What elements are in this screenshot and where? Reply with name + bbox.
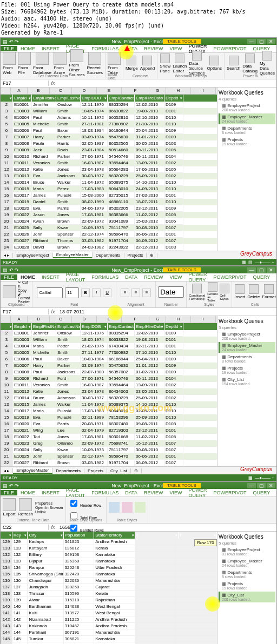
tab-powerpivot[interactable]: POWERPIVOT [210, 274, 249, 280]
open-browser-button[interactable]: Open in Browser [35, 506, 63, 509]
copy-button[interactable]: ⎘ Copy [18, 285, 30, 292]
query-item[interactable]: ▦ EmployeeProject200 rows loaded. [219, 331, 275, 341]
name-box[interactable]: F17 [1, 309, 49, 314]
table-style-option[interactable] [109, 502, 120, 513]
table-row[interactable]: 143143Kakinada310467Andhra Pradesh [1, 623, 217, 629]
table-row[interactable]: 6E10006PaulBaker18-03-19846618694425-04-… [1, 356, 217, 363]
table-row[interactable]: 22E10027RibbardBrown03-05-19829197170406… [1, 460, 217, 466]
tab-view[interactable]: VIEW [166, 490, 185, 495]
tab-powerpivot[interactable]: POWERPIVOT [210, 46, 249, 51]
tab-pagelayout[interactable]: PAGE LAYOUT [63, 487, 88, 498]
from-azure-button[interactable]: From Azure [54, 52, 67, 75]
table-row[interactable]: 145145Tumkur305821Karnataka [1, 636, 217, 642]
sheet-tab[interactable]: Projects [84, 468, 107, 473]
table-row[interactable]: 15E10015MariaPerez17-03-19885064301024-0… [1, 186, 217, 192]
refresh-button[interactable]: Refresh [18, 498, 33, 516]
recent-sources-button[interactable]: Recent Sources [87, 52, 103, 75]
number-format-select[interactable] [158, 286, 184, 298]
tab-review[interactable]: REVIEW [141, 46, 167, 51]
table-row[interactable]: 16E10017JamesPulaski15-08-20008273501527… [1, 192, 217, 199]
table-row[interactable]: 21E10025SallyKwan10-09-19737511179730-08… [1, 225, 217, 231]
table-row[interactable]: 3E10003WilliamSmith18-05-19748663882219-… [1, 108, 217, 115]
insert-cells-button[interactable]: Insert [234, 284, 245, 299]
query-item[interactable]: ▦ City_List200 rows loaded. [219, 592, 275, 602]
minimize-button[interactable]: — [247, 267, 256, 273]
query-item[interactable]: ▦ Employee_Master24 rows loaded. [219, 558, 275, 568]
table-row[interactable]: 129129Kadapa341823Andhra Pradesh [1, 539, 217, 545]
table-row[interactable]: 5E10005MichelleSmith27-11-19777736098207… [1, 350, 217, 356]
table-row[interactable]: 19E10023GregOrlando22-09-19727569874116-… [1, 440, 217, 447]
formula-input[interactable]: 18-07-2011 [57, 309, 276, 314]
query-item[interactable]: ▦ City_List154 rows loaded. [219, 376, 275, 387]
view-layout-icon[interactable]: ▤ [248, 260, 253, 265]
sheet-tab[interactable]: EmployeeProject [13, 253, 52, 258]
show-pane-button[interactable]: Show Pane [160, 53, 170, 73]
from-other-button[interactable]: From Other Sources [69, 49, 84, 77]
from-web-button[interactable]: From Web [3, 52, 16, 75]
data-catalog-button[interactable]: Data Catalog [242, 53, 258, 73]
table-row[interactable]: 9E10009JackDavis23-01-19845051466009-11-… [1, 147, 217, 153]
query-item[interactable]: ▦ Departments8 rows loaded. [219, 353, 275, 364]
minimize-button[interactable]: — [247, 483, 256, 488]
table-row[interactable]: 7E10007HarryParker03-09-19745547563031-0… [1, 363, 217, 369]
tab-nav[interactable]: ◂ ▸ [1, 468, 13, 473]
table-row[interactable]: 10E10010RichardParker27-06-1971545467460… [1, 153, 217, 160]
append-button[interactable]: Append [140, 56, 155, 71]
table-row[interactable]: 19E10022JasonJones17-08-19815638366611-0… [1, 212, 217, 218]
zoom-slider[interactable]: —●—— + [255, 475, 274, 480]
query-item[interactable]: ▦ EmployeeProject200 rows loaded. [219, 102, 275, 113]
from-table-button[interactable]: From Table [108, 52, 121, 75]
table-row[interactable]: 134134Rampur325248Uttar Pradesh [1, 565, 217, 571]
query-item[interactable]: ▦ Employee_Master24 rows loaded. [219, 113, 275, 124]
my-data-button[interactable]: My Data Queries [260, 51, 275, 76]
tab-nav[interactable]: ◂ ▸ [1, 253, 13, 258]
maximize-button[interactable]: ▢ [257, 483, 266, 488]
worksheet-grid[interactable]: Row 170 KeyCityPopulation (2011)State/Te… [1, 532, 217, 644]
tab-view[interactable]: VIEW [166, 274, 185, 280]
query-item[interactable]: ▦ Projects19 rows loaded. [219, 365, 275, 375]
options-button[interactable]: Options [207, 56, 222, 71]
tab-data[interactable]: DATA [122, 490, 141, 495]
table-row[interactable]: 24E10028DavidBrown24-03-19829224392222-1… [1, 244, 217, 251]
new-sheet-button[interactable]: ⊕ [131, 468, 142, 473]
font-name-input[interactable] [37, 287, 63, 298]
table-row[interactable]: 3E10003WilliamSmith18-05-19748663882219-… [1, 337, 217, 343]
table-row[interactable]: 17E10021WingLee02-04-19798271930323-12-2… [1, 427, 217, 434]
query-item[interactable]: ▦ Projects19 rows loaded. [219, 580, 275, 591]
launch-editor-button[interactable]: Launch Editor [173, 53, 187, 73]
worksheet-grid[interactable]: ABCDEFGHI EmpIdEmplFirstNameEmplLastName… [1, 88, 217, 251]
align-center-button[interactable]: ≡ [131, 289, 140, 297]
format-cells-button[interactable]: Format [262, 284, 275, 299]
query-item[interactable]: ▦ Employee_Master24 rows loaded. [219, 342, 275, 353]
tab-design[interactable]: DESIGN [273, 490, 277, 495]
table-header[interactable]: EmpIdEmplFirstNameEmplLastNameEmplDOBEmp… [1, 95, 217, 102]
close-button[interactable]: ✕ [267, 483, 275, 488]
tab-formulas[interactable]: FORMULAS [88, 274, 122, 280]
datasource-settings-button[interactable]: Data Source Settings [189, 51, 205, 76]
maximize-button[interactable]: ▢ [257, 267, 266, 273]
table-row[interactable]: 12E10012KatieJones23-04-19786556428317-0… [1, 166, 217, 173]
table-row[interactable]: 13E10013EvaJacksons30-03-19775632022925-… [1, 173, 217, 179]
view-normal-icon[interactable]: ▦ [248, 475, 253, 480]
minimize-button[interactable]: — [247, 39, 256, 44]
worksheet-grid[interactable]: ABCDEFGHI EmpIdEmplFirstNameEmplLastName… [1, 316, 217, 466]
table-row[interactable]: 4E10004PaulAdams10-11-19726605281012-10-… [1, 115, 217, 121]
properties-button[interactable]: Properties [35, 501, 63, 505]
tab-home[interactable]: HOME [17, 490, 38, 495]
tab-formulas[interactable]: FORMULAS [88, 46, 122, 51]
table-row[interactable]: 20E10024SallyKwan10-09-19737511179730-08… [1, 447, 217, 453]
query-item[interactable]: ▦ Departments8 rows loaded. [219, 569, 275, 580]
table-row[interactable]: 137137Junagadh320250Gujarat [1, 584, 217, 591]
table-row[interactable]: 4E10004MariaPotter21-02-19756743843402-1… [1, 343, 217, 350]
close-button[interactable]: ✕ [267, 267, 275, 273]
table-row[interactable]: 138138Thrissur315596Kerala [1, 591, 217, 597]
table-row[interactable]: 11E10011VeronicaSmith16-03-1987935944641… [1, 160, 217, 166]
zoom-slider[interactable]: —●—— + [255, 260, 274, 265]
table-row[interactable]: 136136Chandrapur322036Maharashtra [1, 578, 217, 584]
sheet-tab[interactable]: Projects [124, 253, 147, 258]
table-row[interactable]: 142142Nizamabad311225Andhra Pradesh [1, 616, 217, 623]
table-row[interactable]: 18E10020EvaParris04-06-19798530220523-12… [1, 205, 217, 212]
align-right-button[interactable]: ≡ [142, 289, 151, 297]
query-item[interactable]: ▦ EmployeeProject83 rows loaded. [219, 546, 275, 557]
table-row[interactable]: 133133Bijapur326360Karnataka [1, 558, 217, 565]
